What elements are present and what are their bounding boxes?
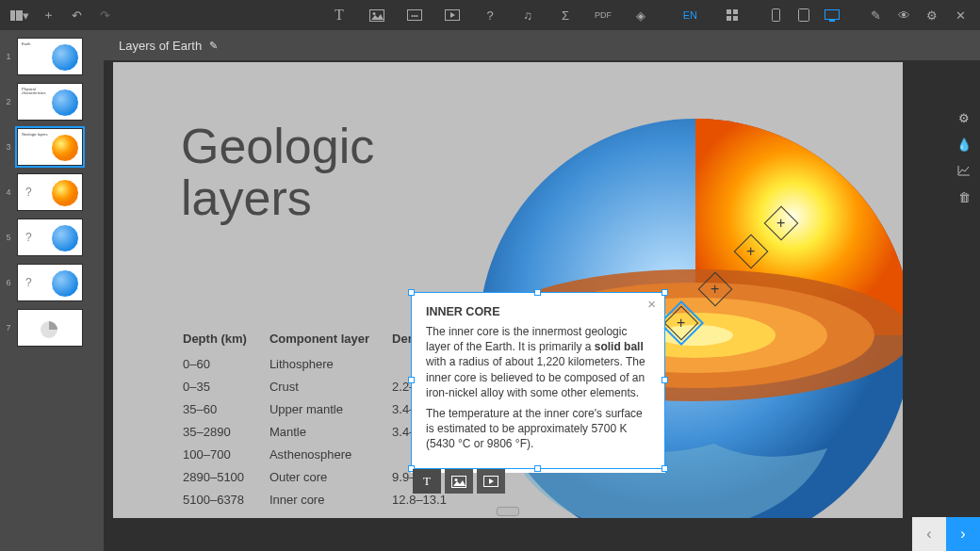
device-tablet-icon[interactable]	[792, 3, 816, 27]
add-text-icon[interactable]: T	[413, 469, 441, 494]
thumb-number: 1	[4, 52, 13, 61]
svg-point-3	[373, 12, 376, 15]
slide-settings-icon[interactable]: ⚙	[952, 107, 976, 128]
thumbnail-slide-4[interactable]: ?	[17, 173, 83, 211]
plus-icon: +	[746, 244, 755, 259]
language-button[interactable]: EN	[679, 3, 701, 27]
insert-toolbar: T ••• ? ♫ Σ PDF ◈	[327, 3, 653, 27]
document-title[interactable]: Layers of Earth	[119, 39, 202, 53]
svg-rect-11	[772, 9, 779, 22]
earth-icon	[51, 269, 79, 298]
tooltip-title: INNER CORE	[426, 305, 650, 318]
thumbnail-slide-7[interactable]	[17, 309, 83, 347]
plus-icon: +	[710, 282, 719, 297]
svg-rect-13	[825, 9, 840, 19]
col-depth: Depth (km)	[183, 332, 268, 351]
thumb-number: 6	[4, 278, 13, 287]
svg-rect-12	[799, 9, 809, 22]
canvas-column: Layers of Earth ✎ Geologic layers Depth …	[104, 30, 980, 551]
rename-icon[interactable]: ✎	[209, 40, 218, 52]
svg-point-22	[455, 478, 458, 481]
device-phone-icon[interactable]	[763, 3, 788, 27]
thumbnail-slide-3[interactable]: Geologic layers	[17, 128, 83, 166]
undo-icon[interactable]: ↶	[64, 3, 89, 27]
slide-title[interactable]: Geologic layers	[181, 121, 374, 223]
svg-rect-14	[829, 20, 835, 22]
grid-view-icon[interactable]	[720, 3, 744, 27]
thumb-number: 4	[4, 187, 13, 197]
add-slide-icon[interactable]: ＋	[36, 3, 60, 27]
insert-shape-icon[interactable]: ◈	[629, 3, 653, 27]
add-image-icon[interactable]	[445, 469, 473, 494]
insert-question-icon[interactable]: ?	[478, 3, 502, 27]
thumbnail-slide-6[interactable]: ?	[17, 264, 83, 301]
slide: Geologic layers Depth (km) Component lay…	[113, 62, 903, 518]
bottom-gripper[interactable]	[497, 507, 519, 516]
svg-rect-0	[10, 10, 15, 21]
insert-audio-icon[interactable]: ♫	[515, 3, 540, 27]
prev-slide-button[interactable]: ‹	[912, 517, 946, 551]
add-video-icon[interactable]	[477, 469, 505, 494]
earth-cutaway-icon	[51, 179, 79, 207]
insert-text-icon[interactable]: T	[327, 3, 351, 27]
tooltip-close-icon[interactable]: ×	[647, 296, 656, 312]
earth-cutaway-icon	[51, 134, 79, 162]
slide-delete-icon[interactable]: 🗑	[952, 186, 976, 207]
next-slide-button[interactable]: ›	[946, 517, 980, 551]
thumb-number: 2	[4, 97, 13, 106]
col-component: Component layer	[270, 332, 390, 351]
thumbnail-slide-2[interactable]: Physical characteristics	[17, 83, 83, 121]
plus-icon: +	[677, 316, 685, 331]
layout-menu-icon[interactable]: ▾	[8, 3, 32, 27]
svg-rect-10	[733, 16, 738, 21]
insert-image-icon[interactable]	[365, 3, 389, 27]
hotspot-tooltip[interactable]: × INNER CORE The inner core is the inner…	[411, 292, 665, 473]
slide-theme-icon[interactable]: 💧	[952, 134, 976, 154]
slide-right-toolbar: ⚙ 💧 🗑	[952, 107, 976, 207]
thumbnail-slide-5[interactable]: ?	[17, 219, 83, 256]
plus-icon: +	[776, 216, 785, 231]
earth-icon	[51, 89, 79, 117]
thumbnail-panel: 1Earth 2Physical characteristics 3Geolog…	[0, 30, 104, 551]
tooltip-paragraph: The inner core is the innermost geologic…	[426, 324, 650, 400]
svg-rect-1	[16, 10, 23, 21]
insert-formula-icon[interactable]: Σ	[553, 3, 578, 27]
thumb-number: 3	[4, 142, 13, 152]
slide-canvas[interactable]: Geologic layers Depth (km) Component lay…	[104, 60, 980, 551]
svg-text:•••: •••	[411, 12, 418, 19]
earth-icon	[51, 224, 79, 252]
thumb-number: 5	[4, 233, 13, 242]
thumb-number: 7	[4, 323, 13, 332]
close-icon[interactable]: ✕	[948, 3, 972, 27]
tooltip-content-toolbar: T	[413, 469, 505, 494]
preview-icon[interactable]: 👁	[891, 3, 916, 27]
slide-chart-icon[interactable]	[952, 160, 976, 181]
document-title-bar: Layers of Earth ✎	[104, 30, 980, 60]
redo-icon[interactable]: ↷	[92, 3, 117, 27]
settings-icon[interactable]: ⚙	[920, 3, 944, 27]
workspace: 1Earth 2Physical characteristics 3Geolog…	[0, 30, 980, 551]
earth-icon	[51, 43, 79, 72]
tooltip-paragraph: The temperature at the inner core's surf…	[426, 406, 650, 452]
svg-rect-7	[727, 9, 731, 14]
insert-pdf-button[interactable]: PDF	[591, 3, 615, 27]
pager: ‹ ›	[912, 517, 980, 551]
insert-video-icon[interactable]	[440, 3, 465, 27]
brush-icon[interactable]: ✎	[863, 3, 888, 27]
insert-embed-icon[interactable]: •••	[402, 3, 427, 27]
top-toolbar: ▾ ＋ ↶ ↷ T ••• ? ♫ Σ PDF ◈ EN ✎ 👁 ⚙ ✕	[0, 0, 980, 30]
svg-rect-9	[727, 16, 731, 21]
device-desktop-icon[interactable]	[820, 3, 844, 27]
svg-rect-8	[733, 9, 738, 14]
thumbnail-slide-1[interactable]: Earth	[17, 38, 83, 75]
